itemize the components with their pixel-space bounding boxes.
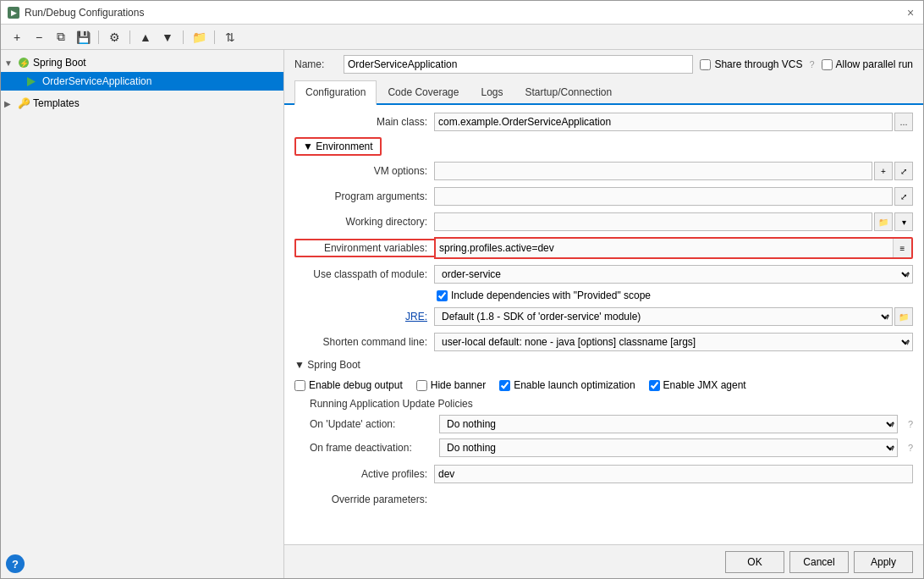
working-dir-label: Working directory: [294,216,434,228]
hide-banner-checkbox[interactable] [416,380,427,391]
copy-config-button[interactable]: ⧉ [52,28,70,47]
apply-button[interactable]: Apply [854,551,913,573]
help-button[interactable]: ? [6,554,25,573]
on-update-row: On 'Update' action: Do nothing Update cl… [294,415,913,433]
enable-jmx-checkbox[interactable] [649,380,660,391]
classpath-select[interactable]: order-service [434,265,913,284]
allow-parallel-checkbox[interactable] [822,59,833,70]
toolbar-separator-3 [183,30,184,44]
environment-section-header[interactable]: ▼ Environment [294,137,382,156]
name-input[interactable] [344,55,693,74]
ok-button[interactable]: OK [725,551,784,573]
shorten-cmd-select[interactable]: user-local default: none - java [options… [434,333,913,351]
main-class-browse-button[interactable]: ... [894,113,913,131]
tree-spring-boot-group[interactable]: ▼ ⚡ Spring Boot [1,53,283,72]
vm-options-expand-button[interactable]: ⤢ [894,162,913,180]
on-update-select-wrap: Do nothing Update classes and resources … [439,415,898,433]
working-dir-input[interactable] [434,212,872,231]
shorten-cmd-row: Shorten command line: user-local default… [294,332,913,352]
include-provided-row: Include dependencies with "Provided" sco… [294,290,913,301]
config-area: Main class: ... ▼ Environment VM options… [284,105,923,544]
spring-boot-checkboxes: Enable debug output Hide banner Enable l… [294,376,913,394]
on-update-select[interactable]: Do nothing Update classes and resources … [439,415,898,433]
tab-code-coverage[interactable]: Code Coverage [377,80,470,105]
on-frame-select[interactable]: Do nothing Update classes and resources … [439,438,898,457]
templates-label: Templates [33,97,80,109]
spring-boot-icon: ⚡ [18,57,30,69]
tab-configuration[interactable]: Configuration [294,80,377,105]
env-variables-control: ≡ [434,237,913,259]
program-args-control: ⤢ [434,187,913,206]
close-button[interactable]: × [905,7,916,19]
env-variables-label: Environment variables: [294,239,434,257]
enable-debug-label: Enable debug output [294,379,403,391]
vm-options-control: + ⤢ [434,162,913,180]
templates-group[interactable]: ▶ 🔑 Templates [1,94,283,113]
share-help-icon[interactable]: ? [809,59,814,69]
shorten-cmd-select-wrap: user-local default: none - java [options… [434,333,913,351]
dialog-icon: ▶ [8,7,19,19]
running-app-policies-label: Running Application Update Policies [294,398,913,410]
program-args-expand-button[interactable]: ⤢ [894,187,913,206]
jre-label[interactable]: JRE: [294,311,434,323]
save-config-button[interactable]: 💾 [74,28,92,47]
active-profiles-label: Active profiles: [294,468,434,480]
jre-select-wrap: Default (1.8 - SDK of 'order-service' mo… [434,307,893,326]
jre-select[interactable]: Default (1.8 - SDK of 'order-service' mo… [434,307,893,326]
move-up-button[interactable]: ▲ [136,28,155,47]
working-dir-browse-button[interactable]: 📁 [874,212,893,231]
folder-button[interactable]: 📁 [190,28,208,47]
enable-debug-checkbox[interactable] [294,380,305,391]
svg-text:⚡: ⚡ [19,58,30,69]
jre-browse-button[interactable]: 📁 [894,307,913,326]
enable-launch-label: Enable launch optimization [499,379,635,391]
include-provided-checkbox[interactable] [437,290,448,301]
on-frame-help-icon[interactable]: ? [908,443,913,453]
working-dir-expand-button[interactable]: ▾ [894,212,913,231]
vm-options-add-button[interactable]: + [874,162,893,180]
dialog-footer: OK Cancel Apply [284,544,923,578]
settings-button[interactable]: ⚙ [105,28,124,47]
sort-button[interactable]: ⇅ [221,28,239,47]
main-toolbar: + − ⧉ 💾 ⚙ ▲ ▼ 📁 ⇅ [1,25,923,50]
enable-launch-checkbox[interactable] [499,380,510,391]
override-params-row: Override parameters: [294,489,913,510]
allow-parallel-label: Allow parallel run [822,58,913,70]
dialog-title: Run/Debug Configurations [25,7,899,19]
titlebar: ▶ Run/Debug Configurations × [1,1,923,25]
classpath-select-wrap: order-service [434,265,913,284]
tab-logs[interactable]: Logs [470,80,514,105]
run-item-order-service[interactable]: OrderServiceApplication [1,72,283,91]
vm-options-label: VM options: [294,165,434,177]
on-frame-select-wrap: Do nothing Update classes and resources … [439,438,898,457]
add-config-button[interactable]: + [8,28,26,47]
env-variables-edit-button[interactable]: ≡ [893,239,911,257]
tab-startup-connection[interactable]: Startup/Connection [514,80,623,105]
on-update-label: On 'Update' action: [310,418,432,430]
program-args-row: Program arguments: ⤢ [294,186,913,207]
share-vcs-checkbox[interactable] [700,59,711,70]
vm-options-row: VM options: + ⤢ [294,161,913,181]
main-class-input[interactable] [434,113,893,131]
toolbar-separator-2 [129,30,130,44]
vm-options-input[interactable] [434,162,872,180]
move-down-button[interactable]: ▼ [158,28,177,47]
active-profiles-input[interactable] [434,465,913,483]
environment-header-row: ▼ Environment [294,137,913,156]
shorten-cmd-label: Shorten command line: [294,336,434,348]
remove-config-button[interactable]: − [30,28,48,47]
on-update-help-icon[interactable]: ? [908,419,913,429]
program-args-input[interactable] [434,187,893,206]
left-panel: ▼ ⚡ Spring Boot OrderServiceApplication … [1,50,284,578]
cancel-button[interactable]: Cancel [789,551,849,573]
program-args-label: Program arguments: [294,190,434,202]
tree-area: ▼ ⚡ Spring Boot OrderServiceApplication … [1,50,283,549]
svg-marker-2 [27,77,36,86]
template-icon: 🔑 [18,97,30,109]
jre-control: Default (1.8 - SDK of 'order-service' mo… [434,307,913,326]
env-variables-input[interactable] [436,239,893,257]
on-frame-row: On frame deactivation: Do nothing Update… [294,438,913,457]
config-tabs: Configuration Code Coverage Logs Startup… [284,80,923,105]
spring-boot-section-header[interactable]: ▼ Spring Boot [294,359,913,371]
run-icon [25,75,36,87]
